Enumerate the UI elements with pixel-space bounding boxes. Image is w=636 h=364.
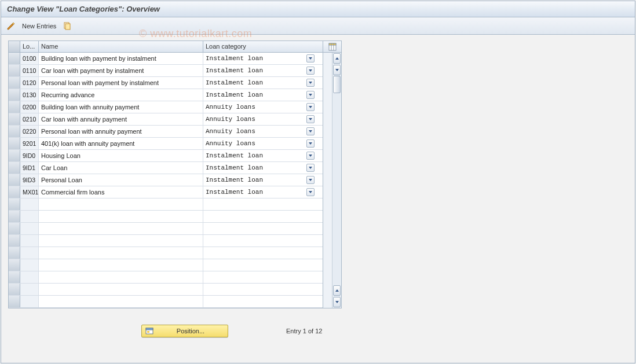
scroll-track[interactable] bbox=[332, 76, 341, 285]
cell-category[interactable] bbox=[203, 247, 316, 259]
chevron-down-icon[interactable] bbox=[306, 127, 315, 135]
cell-name[interactable] bbox=[39, 198, 203, 210]
row-selector[interactable] bbox=[9, 235, 20, 247]
row-selector[interactable] bbox=[9, 198, 20, 210]
cell-code[interactable]: 9ID3 bbox=[20, 174, 39, 186]
cell-code[interactable]: 0130 bbox=[20, 89, 39, 101]
cell-code[interactable]: 0200 bbox=[20, 101, 39, 113]
cell-code[interactable]: 9201 bbox=[20, 138, 39, 149]
row-selector[interactable] bbox=[9, 101, 20, 113]
row-selector[interactable] bbox=[9, 77, 20, 89]
cell-code[interactable] bbox=[20, 296, 39, 307]
cell-category[interactable]: Annuity loans bbox=[203, 126, 316, 137]
chevron-down-icon[interactable] bbox=[306, 91, 315, 99]
row-selector[interactable] bbox=[9, 247, 20, 259]
row-selector[interactable] bbox=[9, 271, 20, 283]
cell-name[interactable]: Recurring advance bbox=[39, 89, 203, 101]
cell-category[interactable] bbox=[203, 284, 316, 295]
chevron-down-icon[interactable] bbox=[306, 139, 315, 148]
cell-name[interactable]: Housing Loan bbox=[39, 150, 203, 161]
cell-category[interactable]: Instalment loan bbox=[203, 65, 316, 76]
cell-name[interactable]: Car Loan bbox=[39, 162, 203, 174]
cell-category[interactable] bbox=[203, 223, 316, 234]
cell-name[interactable] bbox=[39, 235, 203, 247]
cell-category[interactable]: Instalment loan bbox=[203, 162, 316, 174]
row-selector[interactable] bbox=[9, 126, 20, 137]
chevron-down-icon[interactable] bbox=[306, 115, 315, 123]
cell-category[interactable]: Annuity loans bbox=[203, 101, 316, 113]
cell-name[interactable] bbox=[39, 211, 203, 222]
cell-name[interactable]: Personal loan with payment by instalment bbox=[39, 77, 203, 89]
toggle-display-change-icon[interactable] bbox=[6, 21, 16, 31]
cell-name[interactable] bbox=[39, 247, 203, 259]
scroll-page-down-button[interactable] bbox=[333, 297, 341, 307]
cell-category[interactable]: Instalment loan bbox=[203, 89, 316, 101]
cell-name[interactable] bbox=[39, 223, 203, 234]
cell-code[interactable] bbox=[20, 271, 39, 283]
cell-code[interactable]: 0220 bbox=[20, 126, 39, 137]
copy-as-icon[interactable] bbox=[62, 21, 72, 31]
cell-name[interactable]: Commercial firm loans bbox=[39, 186, 203, 198]
grid-header-name[interactable]: Name bbox=[39, 41, 203, 52]
cell-category[interactable] bbox=[203, 259, 316, 271]
row-selector[interactable] bbox=[9, 174, 20, 186]
cell-name[interactable] bbox=[39, 284, 203, 295]
row-selector[interactable] bbox=[9, 150, 20, 161]
cell-name[interactable]: Car loan with payment by instalment bbox=[39, 65, 203, 76]
cell-category[interactable]: Instalment loan bbox=[203, 53, 316, 64]
row-selector[interactable] bbox=[9, 53, 20, 64]
cell-code[interactable]: 9ID0 bbox=[20, 150, 39, 161]
cell-code[interactable] bbox=[20, 247, 39, 259]
cell-code[interactable]: MX01 bbox=[20, 186, 39, 198]
cell-code[interactable]: 0120 bbox=[20, 77, 39, 89]
cell-category[interactable]: Instalment loan bbox=[203, 174, 316, 186]
row-selector[interactable] bbox=[9, 65, 20, 76]
cell-category[interactable]: Instalment loan bbox=[203, 150, 316, 161]
chevron-down-icon[interactable] bbox=[306, 152, 315, 160]
row-selector[interactable] bbox=[9, 113, 20, 125]
cell-category[interactable]: Annuity loans bbox=[203, 113, 316, 125]
cell-code[interactable] bbox=[20, 235, 39, 247]
row-selector[interactable] bbox=[9, 138, 20, 149]
cell-name[interactable] bbox=[39, 259, 203, 271]
cell-name[interactable] bbox=[39, 271, 203, 283]
row-selector[interactable] bbox=[9, 186, 20, 198]
chevron-down-icon[interactable] bbox=[306, 79, 315, 87]
cell-name[interactable]: 401(k) loan with annuity payment bbox=[39, 138, 203, 149]
cell-code[interactable]: 0100 bbox=[20, 53, 39, 64]
table-settings-button[interactable] bbox=[323, 41, 341, 53]
cell-name[interactable]: Personal loan with annuity payment bbox=[39, 126, 203, 137]
cell-code[interactable] bbox=[20, 223, 39, 234]
cell-code[interactable] bbox=[20, 284, 39, 295]
cell-name[interactable]: Building loan with payment by instalment bbox=[39, 53, 203, 64]
cell-category[interactable] bbox=[203, 211, 316, 222]
scroll-up-button[interactable] bbox=[333, 53, 341, 64]
scroll-down-button[interactable] bbox=[333, 65, 341, 75]
row-selector[interactable] bbox=[9, 211, 20, 222]
scroll-thumb[interactable] bbox=[333, 76, 341, 93]
cell-category[interactable] bbox=[203, 235, 316, 247]
grid-header-selector[interactable] bbox=[9, 41, 20, 52]
cell-category[interactable]: Instalment loan bbox=[203, 77, 316, 89]
row-selector[interactable] bbox=[9, 89, 20, 101]
cell-code[interactable]: 0210 bbox=[20, 113, 39, 125]
cell-category[interactable]: Annuity loans bbox=[203, 138, 316, 149]
cell-code[interactable]: 0110 bbox=[20, 65, 39, 76]
chevron-down-icon[interactable] bbox=[306, 164, 315, 172]
chevron-down-icon[interactable] bbox=[306, 188, 315, 196]
row-selector[interactable] bbox=[9, 223, 20, 234]
cell-code[interactable] bbox=[20, 198, 39, 210]
chevron-down-icon[interactable] bbox=[306, 54, 315, 62]
chevron-down-icon[interactable] bbox=[306, 176, 315, 184]
cell-category[interactable] bbox=[203, 296, 316, 307]
row-selector[interactable] bbox=[9, 162, 20, 174]
chevron-down-icon[interactable] bbox=[306, 67, 315, 75]
row-selector[interactable] bbox=[9, 296, 20, 307]
cell-name[interactable]: Personal Loan bbox=[39, 174, 203, 186]
new-entries-button[interactable]: New Entries bbox=[20, 21, 59, 31]
cell-code[interactable] bbox=[20, 259, 39, 271]
cell-category[interactable] bbox=[203, 198, 316, 210]
chevron-down-icon[interactable] bbox=[306, 103, 315, 111]
grid-header-category[interactable]: Loan category bbox=[203, 41, 316, 52]
cell-code[interactable] bbox=[20, 211, 39, 222]
